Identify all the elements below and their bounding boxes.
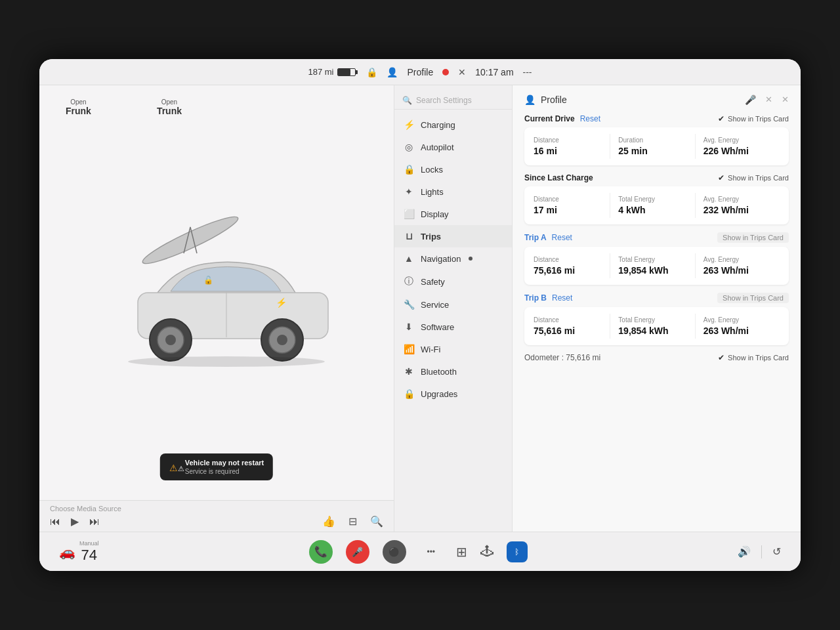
trip-a-distance-label: Distance [534, 256, 610, 263]
car-home-icon[interactable]: 🚗 [59, 544, 75, 560]
since-last-charge-show-label: Show in Trips Card [728, 174, 789, 182]
current-drive-show-trips: ✔ Show in Trips Card [718, 114, 789, 123]
warning-badge: ⚠ Vehicle may not restart Service is req… [160, 453, 273, 480]
search-placeholder[interactable]: Search Settings [416, 96, 504, 105]
temp-value: 74 [79, 547, 99, 564]
mic-icon[interactable]: 🎤 [745, 94, 756, 105]
service-icon: 🔧 [404, 299, 414, 310]
trip-a-distance-value: 75,616 mi [534, 265, 610, 276]
phone-button[interactable]: 📞 [309, 540, 333, 564]
sidebar-item-wifi[interactable]: 📶 Wi-Fi [394, 338, 512, 360]
svg-text:🔓: 🔓 [203, 275, 213, 285]
warning-line2: Service is required [185, 468, 264, 475]
current-drive-energy-label: Avg. Energy [704, 136, 780, 144]
trip-b-reset[interactable]: Reset [552, 293, 572, 303]
navigation-dot [469, 257, 472, 261]
media-bar: Choose Media Source ⏮ ▶ ⏭ 👍 ⊟ 🔍 [39, 500, 394, 532]
profile-label[interactable]: Profile [407, 67, 433, 77]
camera-button[interactable]: ⚫ [383, 540, 406, 564]
joystick-icon[interactable]: 🕹 [480, 544, 494, 559]
equalizer-button[interactable]: ⊟ [348, 515, 357, 528]
signal-icon: ✕ [458, 67, 466, 77]
charging-label: Charging [421, 120, 455, 130]
prev-track-button[interactable]: ⏮ [50, 516, 60, 528]
service-label: Service [421, 300, 449, 310]
bluetooth-icon: ✱ [404, 366, 414, 377]
sidebar-item-bluetooth[interactable]: ✱ Bluetooth [394, 360, 512, 383]
settings-icon[interactable]: ✕ [765, 94, 772, 105]
grid-icon[interactable]: ⊞ [456, 544, 467, 560]
sidebar-item-charging[interactable]: ⚡ Charging [394, 114, 512, 136]
trip-b-title-group: Trip B Reset [524, 293, 572, 303]
trip-a-distance: Distance 75,616 mi [534, 253, 610, 278]
trip-b-distance-label: Distance [534, 316, 610, 324]
current-drive-avg-energy: Avg. Energy 226 Wh/mi [695, 134, 780, 159]
record-dot [442, 69, 449, 75]
svg-point-8 [277, 335, 287, 345]
sidebar-item-service[interactable]: 🔧 Service [394, 293, 512, 316]
profile-icon: 👤 [387, 67, 398, 77]
volume-icon[interactable]: 🔊 [738, 545, 751, 558]
settings-sidebar: 🔍 Search Settings ⚡ Charging ◎ Autopilot… [394, 85, 513, 532]
sidebar-item-software[interactable]: ⬇ Software [394, 316, 512, 338]
since-energy-value: 4 kWh [618, 205, 694, 215]
next-track-button[interactable]: ⏭ [89, 516, 100, 528]
odometer-bar: Odometer : 75,616 mi ✔ Show in Trips Car… [524, 353, 789, 362]
sidebar-item-lights[interactable]: ✦ Lights [394, 180, 512, 203]
more-button[interactable]: ••• [419, 540, 443, 564]
current-drive-reset[interactable]: Reset [580, 114, 600, 123]
since-last-charge-title: Since Last Charge [524, 173, 593, 182]
sidebar-item-trips[interactable]: ⊔ Trips [394, 225, 512, 247]
trip-b-avg-label: Avg. Energy [704, 316, 780, 324]
sidebar-item-safety[interactable]: ⓘ Safety [394, 270, 512, 293]
trips-icon: ⊔ [404, 231, 414, 242]
trip-b-stats-row: Distance 75,616 mi Total Energy 19,854 k… [534, 314, 780, 339]
autopilot-label: Autopilot [421, 142, 454, 152]
sidebar-item-autopilot[interactable]: ◎ Autopilot [394, 136, 512, 158]
sidebar-item-locks[interactable]: 🔒 Locks [394, 158, 512, 180]
bluetooth-badge[interactable]: ᛒ [507, 541, 528, 562]
main-content: Open Frunk Open Trunk [39, 85, 801, 532]
trip-b-avg-value: 263 Wh/mi [704, 326, 780, 336]
trip-a-avg-value: 263 Wh/mi [704, 265, 780, 276]
voice-button[interactable]: 🎤 [346, 540, 369, 564]
locks-icon: 🔒 [404, 164, 414, 175]
current-drive-check-icon: ✔ [718, 114, 724, 123]
sidebar-item-display[interactable]: ⬜ Display [394, 203, 512, 225]
sidebar-item-upgrades[interactable]: 🔒 Upgrades [394, 383, 512, 405]
media-controls: ⏮ ▶ ⏭ 👍 ⊟ 🔍 [50, 515, 383, 528]
like-button[interactable]: 👍 [322, 515, 335, 528]
status-center: 🔒 👤 Profile ✕ 10:17 am --- [366, 67, 532, 77]
current-drive-duration: Duration 25 min [610, 134, 694, 159]
profile-user-icon: 👤 [524, 94, 536, 105]
svg-point-0 [139, 211, 241, 269]
refresh-icon[interactable]: ↺ [772, 545, 781, 558]
current-drive-distance-value: 16 mi [534, 146, 610, 156]
upgrades-label: Upgrades [421, 389, 457, 399]
search-bar: 🔍 Search Settings [394, 92, 512, 110]
sidebar-item-navigation[interactable]: ▲ Navigation [394, 247, 512, 270]
trip-b-header: Trip B Reset Show in Trips Card [524, 293, 789, 303]
play-button[interactable]: ▶ [71, 515, 79, 528]
svg-text:⚡: ⚡ [276, 297, 287, 308]
trip-b-total-energy: Total Energy 19,854 kWh [610, 314, 694, 339]
warning-text: Vehicle may not restart Service is requi… [185, 459, 264, 475]
trip-b-energy-value: 19,854 kWh [618, 326, 694, 336]
trip-b-show-trips: Show in Trips Card [717, 293, 789, 303]
navigation-icon: ▲ [404, 253, 414, 264]
media-source-label: Choose Media Source [50, 505, 383, 513]
trip-b-card: Distance 75,616 mi Total Energy 19,854 k… [524, 307, 789, 345]
trip-a-reset[interactable]: Reset [552, 233, 572, 242]
trip-a-stats-row: Distance 75,616 mi Total Energy 19,854 k… [534, 253, 780, 278]
divider [761, 545, 762, 558]
close-icon[interactable]: ✕ [782, 94, 789, 105]
trip-a-header: Trip A Reset Show in Trips Card [524, 232, 789, 243]
warning-icon: ⚠ [169, 463, 180, 472]
search-media-button[interactable]: 🔍 [370, 515, 383, 528]
since-distance: Distance 17 mi [534, 193, 610, 218]
charging-icon: ⚡ [404, 119, 414, 130]
software-label: Software [421, 322, 454, 332]
taskbar: 🚗 Manual 74 📞 🎤 ⚫ ••• ⊞ 🕹 ᛒ 🔊 ↺ [39, 532, 801, 571]
current-drive-card: Distance 16 mi Duration 25 min Avg. Ener… [524, 127, 789, 165]
screen-frame: 187 mi 🔒 👤 Profile ✕ 10:17 am --- Open F… [39, 59, 801, 571]
